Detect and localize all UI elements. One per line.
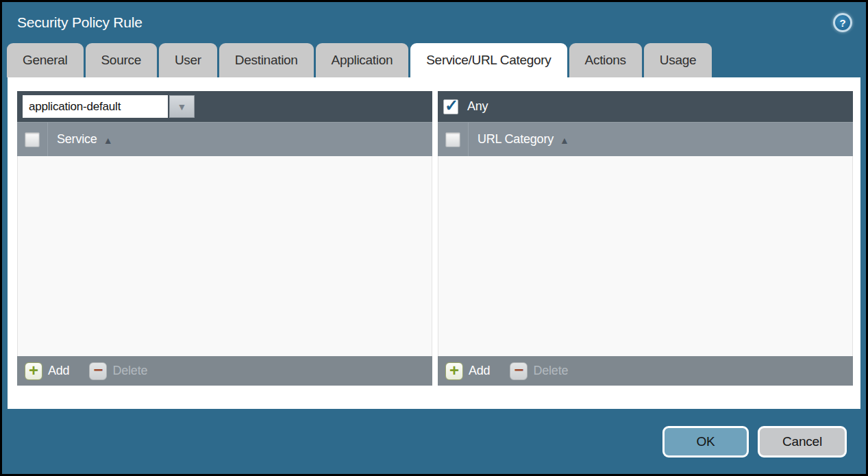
tab-bar: General Source User Destination Applicat…	[2, 43, 866, 77]
dialog-title: Security Policy Rule	[17, 14, 142, 31]
url-category-column-title[interactable]: URL Category	[478, 132, 554, 147]
service-type-dropdown-button[interactable]: ▼	[169, 95, 195, 118]
url-category-any-checkbox[interactable]: ✓	[443, 99, 458, 114]
url-category-panel-topbar: ✓ Any	[438, 91, 853, 122]
tab-source[interactable]: Source	[86, 43, 157, 77]
service-add-label: Add	[48, 364, 69, 378]
help-icon-glyph: ?	[839, 17, 845, 29]
service-column-title[interactable]: Service	[57, 132, 97, 147]
tab-content: ▼ ✓ Service ▲ + Add	[8, 77, 860, 409]
delete-icon: −	[510, 362, 528, 380]
sort-ascending-icon: ▲	[103, 135, 113, 146]
service-select-all-cell: ✓	[17, 123, 48, 156]
titlebar: Security Policy Rule ?	[2, 2, 866, 43]
service-delete-label: Delete	[112, 364, 147, 378]
ok-button[interactable]: OK	[662, 426, 749, 458]
tab-destination[interactable]: Destination	[219, 43, 314, 77]
cancel-button[interactable]: Cancel	[758, 426, 847, 458]
service-panel: ▼ ✓ Service ▲ + Add	[17, 91, 432, 386]
url-category-panel-footer: + Add − Delete	[438, 356, 853, 386]
url-category-add-label: Add	[469, 364, 490, 378]
tab-user[interactable]: User	[159, 43, 217, 77]
service-add-button[interactable]: + Add	[25, 362, 69, 380]
url-category-any-label: Any	[467, 99, 488, 114]
service-type-dropdown-value[interactable]	[23, 95, 168, 118]
url-category-table-body[interactable]	[438, 156, 853, 356]
sort-ascending-icon: ▲	[560, 135, 569, 146]
security-policy-rule-dialog: Security Policy Rule ? General Source Us…	[0, 0, 868, 476]
url-category-select-all-checkbox[interactable]: ✓	[445, 132, 460, 147]
add-icon: +	[445, 362, 463, 380]
delete-icon: −	[89, 362, 107, 380]
tab-general[interactable]: General	[7, 43, 84, 77]
tab-service-url-category[interactable]: Service/URL Category	[410, 43, 567, 77]
url-category-delete-button[interactable]: − Delete	[510, 362, 568, 380]
url-category-table-header: ✓ URL Category ▲	[438, 122, 853, 156]
service-table-body[interactable]	[17, 156, 432, 356]
service-delete-button[interactable]: − Delete	[89, 362, 147, 380]
tab-application[interactable]: Application	[316, 43, 409, 77]
help-icon[interactable]: ?	[833, 13, 852, 32]
service-type-dropdown[interactable]: ▼	[23, 95, 195, 118]
tab-usage[interactable]: Usage	[644, 43, 712, 77]
add-icon: +	[25, 362, 42, 380]
service-panel-topbar: ▼	[17, 91, 432, 122]
url-category-panel: ✓ Any ✓ URL Category ▲ +	[438, 91, 853, 386]
url-category-any-row: ✓ Any	[443, 99, 488, 114]
service-select-all-checkbox[interactable]: ✓	[25, 132, 40, 147]
url-category-select-all-cell: ✓	[438, 123, 469, 156]
url-category-add-button[interactable]: + Add	[445, 362, 490, 380]
url-category-delete-label: Delete	[533, 364, 568, 378]
service-table-header: ✓ Service ▲	[17, 122, 432, 156]
tab-actions[interactable]: Actions	[569, 43, 642, 77]
service-panel-footer: + Add − Delete	[17, 356, 432, 386]
chevron-down-icon: ▼	[177, 101, 187, 112]
dialog-action-bar: OK Cancel	[2, 409, 866, 474]
